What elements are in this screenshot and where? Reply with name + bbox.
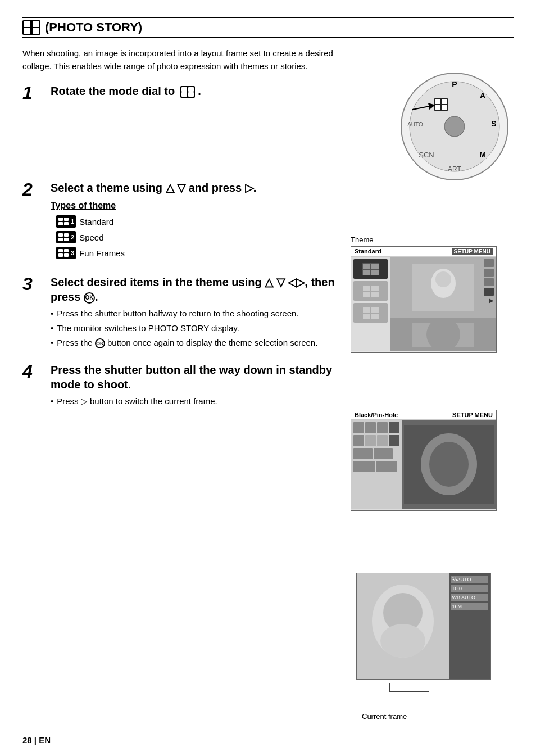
theme-1-num: 1 xyxy=(71,218,74,225)
svg-rect-23 xyxy=(188,87,194,92)
current-frame-arrow xyxy=(356,681,502,696)
steps-area: 1 Rotate the mode dial to . xyxy=(22,84,514,410)
p-cell xyxy=(353,448,373,459)
p-spacer xyxy=(394,448,398,459)
step-2-title-text: Select a theme using △ ▽ and press ▷. xyxy=(51,182,256,194)
svg-rect-1 xyxy=(24,21,30,27)
svg-rect-3 xyxy=(24,28,30,34)
types-of-theme-section: Types of theme 1 xyxy=(51,201,354,259)
current-frame-label: Current frame xyxy=(356,712,502,721)
svg-point-63 xyxy=(429,442,469,487)
pinhole-row-4 xyxy=(353,461,399,472)
ok-button-icon: OK xyxy=(84,292,95,304)
page-footer: 28 | EN xyxy=(22,735,51,745)
standby-left: □ 4 RAW xyxy=(357,573,449,679)
svg-rect-42 xyxy=(363,264,370,269)
p-cell xyxy=(353,435,364,446)
standby-body: □ 4 RAW ⅓AUTO ±0.0 WB AUTO 16M xyxy=(357,573,490,679)
list-item: 1 Standard xyxy=(56,215,354,228)
svg-rect-28 xyxy=(64,218,69,221)
standby-screenshot: □ 4 RAW ⅓AUTO ±0.0 WB AUTO 16M xyxy=(356,573,491,680)
svg-rect-30 xyxy=(64,222,69,225)
step-4-title: Press the shutter button all the way dow… xyxy=(51,363,354,392)
svg-rect-35 xyxy=(64,238,69,241)
p-cell xyxy=(377,422,388,433)
list-item: 3 Fun Frames xyxy=(56,247,354,259)
svg-rect-25 xyxy=(188,92,194,97)
step-4-title-text: Press the shutter button all the way dow… xyxy=(51,364,332,391)
svg-rect-33 xyxy=(64,233,69,237)
step-1-content: Rotate the mode dial to . xyxy=(51,84,354,102)
pinhole-right xyxy=(402,420,496,509)
theme-label: Theme xyxy=(351,236,502,244)
pinhole-header: Black/Pin-Hole SETUP MENU xyxy=(351,410,496,420)
ok-inline-icon: OK xyxy=(95,338,105,348)
photo-story-title-icon xyxy=(22,20,40,35)
list-item: 2 Speed xyxy=(56,231,354,243)
pinhole-left xyxy=(351,420,402,509)
step-4-content: Press the shutter button all the way dow… xyxy=(51,363,354,410)
svg-rect-34 xyxy=(58,238,63,241)
setup-menu-btn: SETUP MENU xyxy=(452,248,493,255)
svg-rect-4 xyxy=(33,28,39,34)
bullet-3: Press the OK button once again to displa… xyxy=(51,337,354,348)
step-3-title: Select desired items in the theme using … xyxy=(51,275,354,304)
svg-rect-27 xyxy=(58,218,63,221)
svg-rect-22 xyxy=(181,87,187,92)
step-2-title: Select a theme using △ ▽ and press ▷. xyxy=(51,180,354,195)
svg-rect-24 xyxy=(181,92,187,97)
svg-rect-37 xyxy=(58,249,63,252)
step-3-number: 3 xyxy=(22,275,45,351)
p-cell xyxy=(376,461,397,472)
pinhole-setup-btn: SETUP MENU xyxy=(452,411,493,418)
step-4-bullets: Press ▷ button to switch the current fra… xyxy=(51,395,354,407)
standby-photo xyxy=(357,573,449,680)
theme-1-icon: 1 xyxy=(56,215,76,228)
standby-screenshot-area: □ 4 RAW ⅓AUTO ±0.0 WB AUTO 16M xyxy=(356,573,502,721)
pinhole-photo xyxy=(404,425,494,504)
step-3-content: Select desired items in the theme using … xyxy=(51,275,354,351)
scr-icon-1 xyxy=(484,259,494,267)
p-cell xyxy=(389,422,399,433)
p-cell xyxy=(365,435,376,446)
svg-rect-43 xyxy=(371,264,379,269)
theme-3-num: 3 xyxy=(71,250,74,256)
svg-rect-29 xyxy=(58,222,63,225)
pinhole-body xyxy=(351,420,496,509)
pinhole-row-1 xyxy=(353,422,399,433)
svg-rect-44 xyxy=(363,270,370,275)
p-cell xyxy=(389,435,399,446)
pinhole-screenshot-area: Black/Pin-Hole SETUP MENU xyxy=(351,410,502,511)
svg-rect-2 xyxy=(33,21,39,27)
p-cell xyxy=(353,461,375,472)
svg-rect-39 xyxy=(58,253,63,257)
step-2-content: Select a theme using △ ▽ and press ▷. Ty… xyxy=(51,180,354,264)
types-title: Types of theme xyxy=(51,201,354,211)
step-3-bullets: Press the shutter button halfway to retu… xyxy=(51,307,354,348)
svg-point-67 xyxy=(380,624,425,658)
photo-story-inline-icon xyxy=(178,86,195,98)
theme-3-label: Fun Frames xyxy=(79,248,125,258)
arrow-svg xyxy=(384,681,452,695)
theme-2-label: Speed xyxy=(79,233,103,242)
bullet-1: Press the shutter button halfway to retu… xyxy=(51,307,354,319)
p-cell xyxy=(377,435,388,446)
svg-rect-38 xyxy=(64,249,69,252)
step-2-number: 2 xyxy=(22,180,45,264)
bullet-2: The monitor switches to PHOTO STORY disp… xyxy=(51,322,354,334)
svg-rect-45 xyxy=(371,270,379,275)
standby-item-3: WB AUTO xyxy=(451,594,488,601)
theme-2-num: 2 xyxy=(71,234,74,241)
svg-rect-40 xyxy=(64,253,69,257)
theme-2-icon: 2 xyxy=(56,231,76,243)
page: (PHOTO STORY) When shooting, an image is… xyxy=(0,0,536,756)
theme-1-label: Standard xyxy=(79,217,113,227)
pinhole-row-3 xyxy=(353,448,399,459)
step-3-title-text: Select desired items in the theme using … xyxy=(51,276,335,303)
bullet-press: Press ▷ button to switch the current fra… xyxy=(51,395,354,407)
theme-3-icon: 3 xyxy=(56,247,76,259)
p-cell xyxy=(374,448,393,459)
standby-item-4: 16M xyxy=(451,603,488,610)
p-cell xyxy=(365,422,376,433)
standby-item-2: ±0.0 xyxy=(451,585,488,592)
